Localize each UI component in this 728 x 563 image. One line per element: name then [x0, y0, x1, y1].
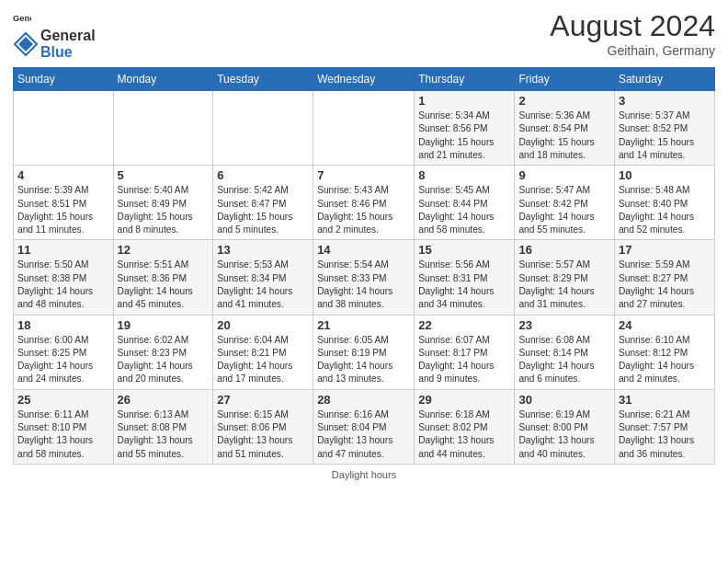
- calendar-cell: 24Sunrise: 6:10 AMSunset: 8:12 PMDayligh…: [614, 315, 714, 389]
- calendar-week-5: 25Sunrise: 6:11 AMSunset: 8:10 PMDayligh…: [14, 389, 715, 464]
- day-number: 24: [619, 318, 711, 332]
- calendar-cell: 30Sunrise: 6:19 AMSunset: 8:00 PMDayligh…: [515, 389, 614, 464]
- title-area: August 2024 Geithain, Germany: [550, 9, 715, 58]
- day-info: Sunrise: 5:37 AMSunset: 8:52 PMDaylight:…: [619, 109, 711, 162]
- logo-text-general: General: [40, 28, 96, 44]
- logo-graphic: [13, 31, 39, 57]
- calendar-cell: 15Sunrise: 5:56 AMSunset: 8:31 PMDayligh…: [415, 240, 515, 315]
- day-info: Sunrise: 5:48 AMSunset: 8:40 PMDaylight:…: [619, 184, 711, 236]
- day-number: 9: [518, 168, 609, 182]
- calendar-week-4: 18Sunrise: 6:00 AMSunset: 8:25 PMDayligh…: [14, 315, 715, 389]
- calendar-cell: 21Sunrise: 6:05 AMSunset: 8:19 PMDayligh…: [313, 315, 415, 389]
- day-info: Sunrise: 5:47 AMSunset: 8:42 PMDaylight:…: [518, 184, 609, 236]
- day-number: 31: [619, 393, 711, 407]
- calendar-cell: 27Sunrise: 6:15 AMSunset: 8:06 PMDayligh…: [213, 389, 313, 464]
- day-info: Sunrise: 6:21 AMSunset: 7:57 PMDaylight:…: [619, 408, 711, 461]
- month-title: August 2024: [550, 9, 715, 43]
- col-wednesday: Wednesday: [313, 68, 415, 91]
- col-tuesday: Tuesday: [213, 68, 313, 91]
- col-thursday: Thursday: [415, 68, 515, 91]
- calendar-cell: 28Sunrise: 6:16 AMSunset: 8:04 PMDayligh…: [313, 389, 415, 464]
- day-info: Sunrise: 6:04 AMSunset: 8:21 PMDaylight:…: [217, 334, 309, 386]
- col-saturday: Saturday: [614, 68, 714, 91]
- calendar-cell: 5Sunrise: 5:40 AMSunset: 8:49 PMDaylight…: [113, 166, 213, 240]
- logo-text-blue: Blue: [40, 44, 96, 61]
- calendar-cell: 2Sunrise: 5:36 AMSunset: 8:54 PMDaylight…: [515, 91, 614, 166]
- day-info: Sunrise: 5:51 AMSunset: 8:36 PMDaylight:…: [118, 259, 210, 311]
- day-info: Sunrise: 5:42 AMSunset: 8:47 PMDaylight:…: [217, 184, 309, 236]
- calendar-cell: 23Sunrise: 6:08 AMSunset: 8:14 PMDayligh…: [515, 315, 614, 389]
- day-info: Sunrise: 6:18 AMSunset: 8:02 PMDaylight:…: [418, 408, 510, 461]
- logo: General: [13, 9, 31, 28]
- svg-text:General: General: [13, 14, 31, 23]
- day-info: Sunrise: 6:10 AMSunset: 8:12 PMDaylight:…: [619, 334, 711, 386]
- calendar-cell: 18Sunrise: 6:00 AMSunset: 8:25 PMDayligh…: [14, 315, 114, 389]
- day-number: 25: [17, 393, 109, 407]
- calendar-cell: 22Sunrise: 6:07 AMSunset: 8:17 PMDayligh…: [415, 315, 515, 389]
- day-number: 13: [217, 243, 309, 257]
- day-number: 29: [418, 393, 510, 407]
- day-info: Sunrise: 5:50 AMSunset: 8:38 PMDaylight:…: [17, 259, 109, 311]
- day-number: 16: [518, 243, 609, 257]
- day-number: 10: [619, 168, 711, 182]
- day-info: Sunrise: 5:57 AMSunset: 8:29 PMDaylight:…: [518, 259, 609, 311]
- location: Geithain, Germany: [550, 43, 715, 58]
- day-info: Sunrise: 6:19 AMSunset: 8:00 PMDaylight:…: [518, 408, 609, 461]
- page: General General Blue August 2024 Geithai…: [0, 0, 728, 563]
- day-info: Sunrise: 6:13 AMSunset: 8:08 PMDaylight:…: [118, 408, 210, 461]
- calendar-cell: 9Sunrise: 5:47 AMSunset: 8:42 PMDaylight…: [515, 166, 614, 240]
- day-info: Sunrise: 6:11 AMSunset: 8:10 PMDaylight:…: [17, 408, 109, 461]
- day-number: 18: [17, 318, 109, 332]
- day-number: 15: [418, 243, 510, 257]
- calendar-cell: 8Sunrise: 5:45 AMSunset: 8:44 PMDaylight…: [415, 166, 515, 240]
- day-number: 17: [619, 243, 711, 257]
- day-number: 6: [217, 168, 309, 182]
- calendar-cell: 29Sunrise: 6:18 AMSunset: 8:02 PMDayligh…: [415, 389, 515, 464]
- calendar-cell: 20Sunrise: 6:04 AMSunset: 8:21 PMDayligh…: [213, 315, 313, 389]
- header-row: Sunday Monday Tuesday Wednesday Thursday…: [14, 68, 715, 91]
- day-info: Sunrise: 6:16 AMSunset: 8:04 PMDaylight:…: [317, 408, 410, 461]
- day-number: 19: [118, 318, 210, 332]
- day-info: Sunrise: 5:59 AMSunset: 8:27 PMDaylight:…: [619, 259, 711, 311]
- calendar-week-2: 4Sunrise: 5:39 AMSunset: 8:51 PMDaylight…: [14, 166, 715, 240]
- calendar-week-3: 11Sunrise: 5:50 AMSunset: 8:38 PMDayligh…: [14, 240, 715, 315]
- calendar-cell: 3Sunrise: 5:37 AMSunset: 8:52 PMDaylight…: [614, 91, 714, 166]
- col-sunday: Sunday: [14, 68, 114, 91]
- day-number: 30: [518, 393, 609, 407]
- logo-area: General General Blue: [13, 9, 96, 60]
- calendar-cell: 6Sunrise: 5:42 AMSunset: 8:47 PMDaylight…: [213, 166, 313, 240]
- calendar-cell: 12Sunrise: 5:51 AMSunset: 8:36 PMDayligh…: [113, 240, 213, 315]
- day-number: 27: [217, 393, 309, 407]
- day-info: Sunrise: 5:43 AMSunset: 8:46 PMDaylight:…: [317, 184, 410, 236]
- calendar-cell: 7Sunrise: 5:43 AMSunset: 8:46 PMDaylight…: [313, 166, 415, 240]
- day-number: 23: [518, 318, 609, 332]
- calendar-cell: 13Sunrise: 5:53 AMSunset: 8:34 PMDayligh…: [213, 240, 313, 315]
- day-info: Sunrise: 5:53 AMSunset: 8:34 PMDaylight:…: [217, 259, 309, 311]
- day-number: 5: [118, 168, 210, 182]
- day-number: 2: [518, 94, 609, 108]
- day-number: 3: [619, 94, 711, 108]
- day-info: Sunrise: 5:36 AMSunset: 8:54 PMDaylight:…: [518, 109, 609, 162]
- day-info: Sunrise: 5:54 AMSunset: 8:33 PMDaylight:…: [317, 259, 410, 311]
- day-number: 14: [317, 243, 410, 257]
- calendar-cell: 25Sunrise: 6:11 AMSunset: 8:10 PMDayligh…: [14, 389, 114, 464]
- day-number: 8: [418, 168, 510, 182]
- calendar-cell: 4Sunrise: 5:39 AMSunset: 8:51 PMDaylight…: [14, 166, 114, 240]
- calendar-cell: 31Sunrise: 6:21 AMSunset: 7:57 PMDayligh…: [614, 389, 714, 464]
- day-info: Sunrise: 6:08 AMSunset: 8:14 PMDaylight:…: [518, 334, 609, 386]
- calendar-cell: 10Sunrise: 5:48 AMSunset: 8:40 PMDayligh…: [614, 166, 714, 240]
- calendar-cell: [14, 91, 114, 166]
- day-number: 21: [317, 318, 410, 332]
- day-number: 7: [317, 168, 410, 182]
- day-info: Sunrise: 6:07 AMSunset: 8:17 PMDaylight:…: [418, 334, 510, 386]
- calendar-cell: 1Sunrise: 5:34 AMSunset: 8:56 PMDaylight…: [415, 91, 515, 166]
- day-info: Sunrise: 6:05 AMSunset: 8:19 PMDaylight:…: [317, 334, 410, 386]
- calendar-cell: 19Sunrise: 6:02 AMSunset: 8:23 PMDayligh…: [113, 315, 213, 389]
- day-number: 4: [17, 168, 109, 182]
- day-info: Sunrise: 6:02 AMSunset: 8:23 PMDaylight:…: [118, 334, 210, 386]
- calendar-week-1: 1Sunrise: 5:34 AMSunset: 8:56 PMDaylight…: [14, 91, 715, 166]
- calendar: Sunday Monday Tuesday Wednesday Thursday…: [13, 67, 715, 465]
- day-info: Sunrise: 6:00 AMSunset: 8:25 PMDaylight:…: [17, 334, 109, 386]
- day-info: Sunrise: 5:40 AMSunset: 8:49 PMDaylight:…: [118, 184, 210, 236]
- col-monday: Monday: [113, 68, 213, 91]
